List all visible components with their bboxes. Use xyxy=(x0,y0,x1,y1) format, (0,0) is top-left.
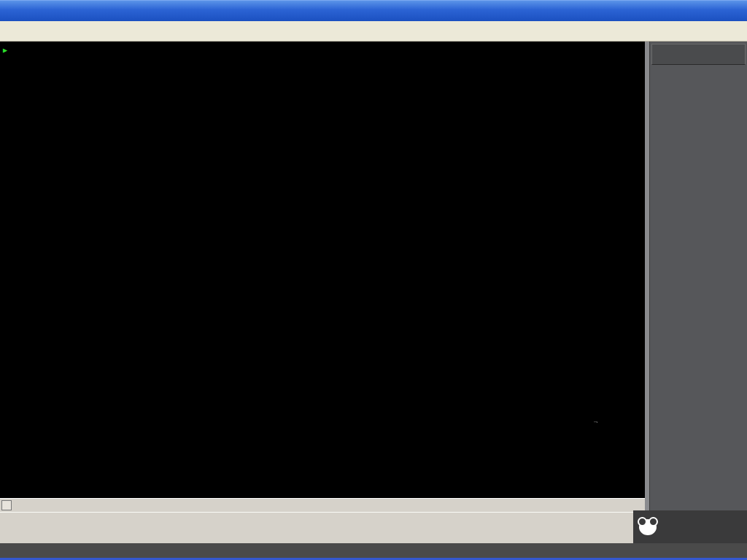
softkey-menu-title xyxy=(651,44,746,65)
title-bar xyxy=(0,0,747,21)
app-window: ▶ xyxy=(0,0,747,560)
eda365-logo-icon xyxy=(639,519,657,535)
softkey-scroll-strip[interactable] xyxy=(645,42,650,512)
chart-canvas[interactable] xyxy=(0,42,645,498)
channel-status-bar xyxy=(0,498,645,512)
instrument-screen: ▶ xyxy=(0,42,645,498)
trace-status-line: ▶ xyxy=(3,44,18,55)
channel-number-badge xyxy=(1,500,12,510)
eda365-watermark xyxy=(633,510,747,543)
trace-port-legend xyxy=(594,421,597,423)
active-trace-arrow-icon: ▶ xyxy=(3,46,7,54)
system-status-bar xyxy=(0,543,747,558)
softkey-sidebar xyxy=(645,42,747,512)
menu-bar xyxy=(0,21,747,42)
